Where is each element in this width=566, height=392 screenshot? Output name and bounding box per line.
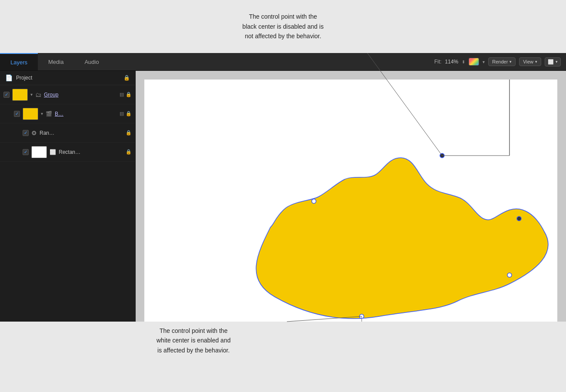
svg-point-1 [312,199,316,203]
fit-value: 114% [445,59,459,65]
window-icon: ⬜ [548,59,554,65]
group-type-icon: 🗂 [35,91,41,98]
layer-checkbox-ran[interactable] [23,130,29,136]
layer-actions-group: ▤ 🔒 [120,92,132,97]
canvas-area[interactable] [136,71,566,340]
layer-lock-rect[interactable]: 🔒 [126,149,132,155]
layer-checkbox-rect[interactable] [23,149,29,155]
toolbar-right: Fit: 114% ⬍ ▾ Render ▾ View ▾ ⬜ ▾ [434,57,566,66]
svg-point-2 [440,153,444,158]
layer-actions-b: ▤ 🔒 [120,111,132,116]
tab-media[interactable]: Media [38,53,74,70]
rect-type-icon: ⬜ [50,149,56,155]
layer-checkbox-b[interactable] [14,111,20,117]
layer-actions-ran: 🔒 [126,130,132,136]
window-chevron: ▾ [556,60,558,64]
layer-name-group: Group [44,92,117,98]
svg-point-3 [517,216,521,221]
annotation-bottom-text: The control point with the white center … [156,326,230,355]
svg-point-4 [507,273,512,277]
view-chevron-icon: ▾ [535,60,537,64]
canvas-inner [144,80,557,331]
project-label: Project [16,75,120,81]
layer-vis-b[interactable]: ▤ [120,111,124,116]
layer-row-b[interactable]: ▾ 🎬 B… ▤ 🔒 [0,104,135,123]
swatch-chevron[interactable]: ▾ [483,60,485,64]
project-icon: 📄 [5,74,13,81]
annotation-top-text: The control point with the black center … [243,12,324,41]
layer-name-rect: Rectan… [59,149,123,155]
b-type-icon: 🎬 [46,111,52,117]
fit-label: Fit: [434,59,442,65]
layer-row-ran[interactable]: ⚙ Ran… 🔒 [0,123,135,143]
annotation-bottom-area: The control point with the white center … [0,322,566,392]
render-btn[interactable]: Render ▾ [488,57,516,66]
layer-thumb-rect [31,146,47,158]
layer-lock-ran[interactable]: 🔒 [126,130,132,136]
fit-stepper-icon[interactable]: ⬍ [462,60,465,64]
layer-name-ran: Ran… [40,130,123,136]
tab-group-left: Layers Media Audio [0,53,110,70]
annotation-top-area: The control point with the black center … [0,0,566,53]
layer-lock-b[interactable]: 🔒 [126,111,132,116]
layer-checkbox-group[interactable] [3,92,10,98]
layer-row-group[interactable]: ▾ 🗂 Group ▤ 🔒 [0,85,135,104]
view-label: View [523,59,533,64]
ran-type-icon: ⚙ [31,130,37,136]
layer-expand-group[interactable]: ▾ [30,92,33,97]
layer-thumb-b [23,108,38,120]
svg-point-0 [360,314,364,319]
project-row: 📄 Project 🔒 [0,71,135,85]
window-btn[interactable]: ⬜ ▾ [545,57,561,66]
layer-lock-group[interactable]: 🔒 [126,92,132,97]
tab-media-label: Media [48,59,63,65]
color-swatch-btn[interactable] [469,58,479,66]
sidebar: 📄 Project 🔒 ▾ 🗂 Group ▤ 🔒 [0,71,136,357]
layer-thumb-group [12,89,28,101]
layer-row-rect[interactable]: ⬜ Rectan… 🔒 [0,143,135,162]
view-btn[interactable]: View ▾ [519,57,541,66]
project-lock-icon: 🔒 [123,75,130,81]
tab-layers-label: Layers [10,59,27,66]
tab-bar: Layers Media Audio Fit: 114% ⬍ ▾ Render … [0,53,566,71]
tab-audio[interactable]: Audio [74,53,109,70]
tab-layers[interactable]: Layers [0,53,38,70]
render-chevron-icon: ▾ [509,60,512,64]
layer-name-b: B… [55,111,117,117]
layer-actions-rect: 🔒 [126,149,132,155]
layer-vis-group[interactable]: ▤ [120,92,124,97]
tab-audio-label: Audio [84,59,99,65]
canvas-svg [144,80,557,331]
render-label: Render [492,59,508,64]
layer-expand-b[interactable]: ▾ [41,111,43,116]
